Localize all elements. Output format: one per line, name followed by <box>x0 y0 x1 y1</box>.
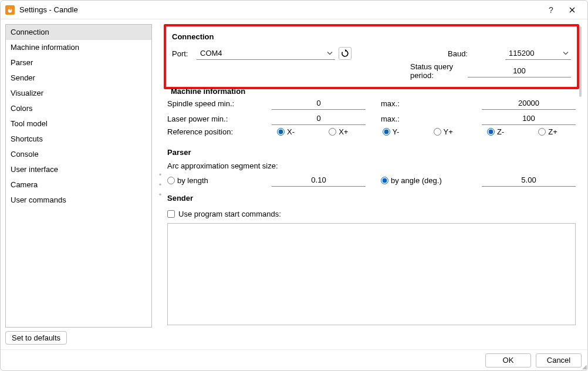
spindle-min-input[interactable] <box>272 97 366 110</box>
port-value[interactable] <box>197 47 335 60</box>
sender-section-title: Sender <box>167 194 579 203</box>
use-program-start-commands-label: Use program start commands: <box>178 210 281 218</box>
laser-max-input[interactable] <box>482 112 576 125</box>
sidebar-item-machine-information[interactable]: Machine information <box>6 40 151 55</box>
spindle-max-input[interactable] <box>482 97 576 110</box>
reference-position-group: X- X+ Y- Y+ Z- Z+ <box>267 127 576 136</box>
sidebar-item-shortcuts[interactable]: Shortcuts <box>6 131 151 147</box>
splitter-handle[interactable]: ••• <box>157 24 164 345</box>
baud-value[interactable] <box>505 47 571 60</box>
scrollbar-thumb[interactable] <box>579 26 582 97</box>
set-to-defaults-button[interactable]: Set to defaults <box>5 331 67 345</box>
port-label: Port: <box>172 49 193 58</box>
cancel-button[interactable]: Cancel <box>536 353 582 367</box>
refpos-radio-y-minus[interactable]: Y- <box>383 127 400 136</box>
connection-highlight-box: Connection Port: <box>164 24 579 89</box>
reference-position-label: Reference position: <box>167 127 267 136</box>
titlebar: Settings - Candle ? <box>1 1 587 19</box>
laser-max-label: max.: <box>370 114 477 123</box>
port-combo[interactable] <box>197 47 335 60</box>
arc-by-length-input[interactable] <box>272 174 366 187</box>
help-button[interactable]: ? <box>540 2 562 18</box>
parser-section-title: Parser <box>167 148 579 157</box>
sidebar-item-sender[interactable]: Sender <box>6 70 151 86</box>
sidebar-item-visualizer[interactable]: Visualizer <box>6 86 151 101</box>
spindle-max-label: max.: <box>370 99 477 108</box>
refpos-radio-x-minus[interactable]: X- <box>277 127 295 136</box>
laser-min-input[interactable] <box>272 112 366 125</box>
machine-info-section-title: Machine information <box>164 87 579 96</box>
port-refresh-button[interactable] <box>339 47 352 60</box>
refpos-radio-y-plus[interactable]: Y+ <box>434 127 453 136</box>
left-column: Connection Machine information Parser Se… <box>5 24 152 345</box>
sidebar-item-colors[interactable]: Colors <box>6 101 151 116</box>
sidebar-item-console[interactable]: Console <box>6 147 151 162</box>
status-query-period-input[interactable] <box>468 65 571 77</box>
spindle-min-label: Spindle speed min.: <box>167 99 267 108</box>
arc-by-angle-input[interactable] <box>482 174 576 187</box>
sidebar-item-tool-model[interactable]: Tool model <box>6 116 151 131</box>
category-list[interactable]: Connection Machine information Parser Se… <box>5 24 152 328</box>
dialog-footer: OK Cancel <box>1 349 587 370</box>
program-start-commands-textarea[interactable] <box>167 223 576 325</box>
sidebar-item-camera[interactable]: Camera <box>6 177 151 193</box>
refpos-radio-z-minus[interactable]: Z- <box>487 127 504 136</box>
baud-combo[interactable] <box>505 47 571 60</box>
sidebar-item-connection[interactable]: Connection <box>6 25 151 40</box>
app-icon <box>5 5 15 15</box>
sidebar-item-user-interface[interactable]: User interface <box>6 162 151 177</box>
resize-grip-icon[interactable]: ◢ <box>582 363 587 370</box>
vertical-scrollbar[interactable] <box>579 24 583 345</box>
ok-button[interactable]: OK <box>485 353 531 367</box>
connection-section-title: Connection <box>172 32 575 41</box>
window-title: Settings - Candle <box>19 5 540 14</box>
baud-label: Baud: <box>448 49 502 58</box>
refpos-radio-x-plus[interactable]: X+ <box>329 127 348 136</box>
main-wrap: ••• Connection Port: <box>157 24 583 345</box>
arc-by-angle-radio[interactable]: by angle (deg.) <box>370 176 469 185</box>
sidebar-item-user-commands[interactable]: User commands <box>6 193 151 208</box>
status-query-period-label: Status query period: <box>410 62 464 80</box>
refpos-radio-z-plus[interactable]: Z+ <box>538 127 557 136</box>
settings-window: Settings - Candle ? Connection Machine i… <box>0 0 588 371</box>
dialog-body: Connection Machine information Parser Se… <box>1 19 587 349</box>
settings-panel: Connection Port: <box>164 24 579 345</box>
close-button[interactable] <box>562 2 583 18</box>
arc-by-length-radio[interactable]: by length <box>167 176 259 185</box>
laser-min-label: Laser power min.: <box>167 114 267 123</box>
arc-approx-label: Arc approximation segment size: <box>164 161 579 173</box>
sidebar-item-parser[interactable]: Parser <box>6 55 151 70</box>
use-program-start-commands-checkbox[interactable] <box>167 210 175 218</box>
